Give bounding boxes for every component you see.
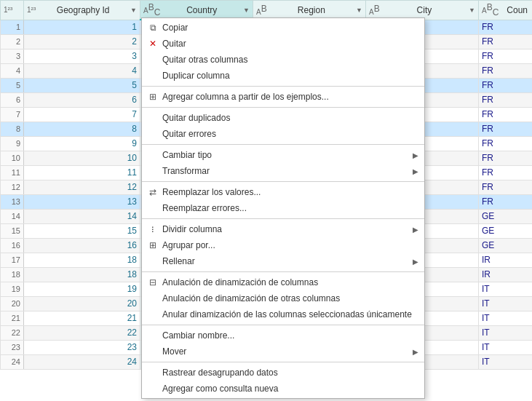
country2-cell: FR (479, 165, 533, 180)
reemplazar-errores-label: Reemplazar errores... (162, 203, 418, 213)
menu-item-anular-selected[interactable]: Anular dinamización de las columnas sele… (142, 306, 424, 322)
col-header-geo[interactable]: 1²³ Geography Id ▼ (24, 1, 140, 20)
geo-id-cell: 9 (24, 136, 140, 151)
menu-item-anulacion-otras[interactable]: Anulación de dinamización de otras colum… (142, 290, 424, 306)
menu-item-quitar-errores[interactable]: Quitar errores (142, 126, 424, 142)
row-number: 19 (1, 282, 24, 296)
country2-cell: IT (479, 296, 533, 311)
geo-id-cell: 13 (24, 194, 140, 209)
region-filter-icon[interactable]: ▼ (356, 7, 362, 14)
geo-id-cell: 19 (24, 282, 140, 296)
duplicar-label: Duplicar columna (162, 71, 418, 81)
row-number: 14 (1, 209, 24, 223)
geo-id-cell: 22 (24, 325, 140, 340)
row-number: 11 (1, 165, 24, 180)
geo-filter-icon[interactable]: ▼ (130, 7, 137, 14)
geo-id-cell: 6 (24, 92, 140, 107)
city-type-icon: AB (369, 4, 380, 16)
geo-id-cell: 1 (24, 20, 140, 34)
row-number: 20 (1, 296, 24, 311)
country-filter-icon[interactable]: ▼ (243, 7, 250, 14)
country2-cell: IT (479, 354, 533, 369)
row-number: 5 (1, 78, 24, 92)
menu-item-agregar-ejemplos[interactable]: ⊞Agregar columna a partir de los ejemplo… (142, 89, 424, 105)
country2-cell: FR (479, 194, 533, 209)
dividir-columna-label: Dividir columna (162, 224, 413, 234)
reemplazar-valores-label: Reemplazar los valores... (162, 187, 418, 197)
country2-cell: FR (479, 63, 533, 78)
country2-cell: FR (479, 151, 533, 165)
row-number: 24 (1, 354, 24, 369)
country2-type-icon: ABC (482, 2, 499, 17)
cambiar-tipo-label: Cambiar tipo (162, 150, 413, 160)
menu-item-mover[interactable]: Mover▶ (142, 344, 424, 360)
row-number: 12 (1, 180, 24, 194)
row-number: 6 (1, 92, 24, 107)
geo-id-cell: 8 (24, 122, 140, 136)
copiar-icon: ⧉ (146, 23, 159, 33)
country2-cell: FR (479, 92, 533, 107)
anulacion-din-label: Anulación de dinamización de columnas (162, 277, 418, 287)
menu-separator (142, 218, 424, 219)
row-number: 4 (1, 63, 24, 78)
col-country-label: Country (162, 5, 241, 15)
agregar-ejemplos-icon: ⊞ (146, 92, 159, 102)
dividir-columna-icon: ⫶ (146, 224, 159, 234)
row-number: 10 (1, 151, 24, 165)
menu-item-agrupar-por[interactable]: ⊞Agrupar por... (142, 237, 424, 253)
transformar-label: Transformar (162, 166, 413, 176)
geo-id-cell: 18 (24, 253, 140, 267)
context-menu: ⧉Copiar✕QuitarQuitar otras columnasDupli… (141, 17, 425, 399)
geo-id-cell: 14 (24, 209, 140, 223)
menu-item-quitar-otras[interactable]: Quitar otras columnas (142, 52, 424, 68)
geo-id-cell: 24 (24, 354, 140, 369)
country2-cell: FR (479, 107, 533, 122)
anulacion-din-icon: ⊟ (146, 277, 159, 287)
row-number: 16 (1, 238, 24, 253)
geo-id-cell: 4 (24, 63, 140, 78)
menu-item-dividir-columna[interactable]: ⫶Dividir columna▶ (142, 221, 424, 237)
menu-separator (142, 86, 424, 87)
row-number: 9 (1, 136, 24, 151)
menu-separator (142, 181, 424, 182)
quitar-label: Quitar (162, 39, 418, 49)
quitar-errores-label: Quitar errores (162, 129, 418, 139)
geo-id-cell: 18 (24, 267, 140, 282)
country2-cell: GE (479, 238, 533, 253)
menu-item-quitar-duplicados[interactable]: Quitar duplicados (142, 110, 424, 126)
menu-item-cambiar-tipo[interactable]: Cambiar tipo▶ (142, 147, 424, 163)
row-number: 2 (1, 34, 24, 49)
row-number: 15 (1, 223, 24, 238)
row-number: 3 (1, 49, 24, 63)
country2-cell: IT (479, 325, 533, 340)
menu-item-transformar[interactable]: Transformar▶ (142, 163, 424, 179)
menu-item-duplicar[interactable]: Duplicar columna (142, 68, 424, 84)
menu-item-rellenar[interactable]: Rellenar▶ (142, 253, 424, 269)
col-header-country2[interactable]: ABC Coun (479, 1, 533, 20)
country2-cell: FR (479, 20, 533, 34)
country2-cell: IT (479, 282, 533, 296)
menu-item-copiar[interactable]: ⧉Copiar (142, 20, 424, 36)
agrupar-por-icon: ⊞ (146, 240, 159, 250)
rastrear-label: Rastrear desagrupando datos (162, 368, 418, 378)
country2-cell: FR (479, 49, 533, 63)
row-number: 22 (1, 325, 24, 340)
quitar-otras-label: Quitar otras columnas (162, 55, 418, 65)
rellenar-arrow: ▶ (413, 258, 418, 266)
menu-item-cambiar-nombre[interactable]: Cambiar nombre... (142, 327, 424, 344)
mover-arrow: ▶ (413, 348, 418, 356)
row-number: 7 (1, 107, 24, 122)
menu-item-quitar[interactable]: ✕Quitar (142, 36, 424, 52)
geo-id-cell: 10 (24, 151, 140, 165)
menu-separator (142, 144, 424, 145)
col-city-label: City (382, 5, 467, 15)
menu-item-rastrear[interactable]: Rastrear desagrupando datos (142, 365, 424, 381)
agrupar-por-label: Agrupar por... (162, 240, 418, 250)
city-filter-icon[interactable]: ▼ (469, 7, 475, 14)
menu-item-anulacion-din[interactable]: ⊟Anulación de dinamización de columnas (142, 274, 424, 290)
country2-cell: IT (479, 311, 533, 325)
menu-item-reemplazar-valores[interactable]: ⇄Reemplazar los valores... (142, 184, 424, 200)
rellenar-label: Rellenar (162, 256, 413, 266)
menu-item-agregar-consulta[interactable]: Agregar como consulta nueva (142, 381, 424, 397)
menu-item-reemplazar-errores[interactable]: Reemplazar errores... (142, 200, 424, 216)
